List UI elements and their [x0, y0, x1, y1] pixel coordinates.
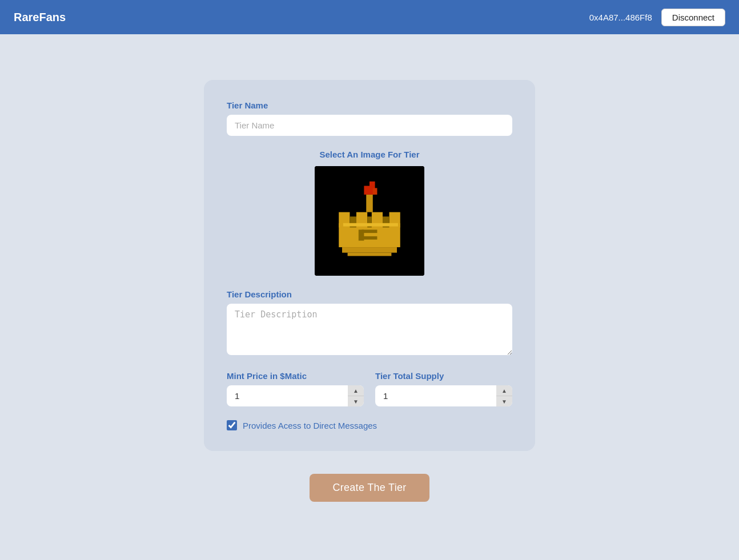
tier-name-section: Tier Name: [227, 100, 512, 136]
tier-supply-wrap: ▲ ▼: [375, 385, 512, 406]
form-card: Tier Name Select An Image For Tier: [204, 80, 535, 451]
svg-rect-11: [359, 229, 364, 240]
mint-price-input[interactable]: [227, 385, 364, 406]
tier-supply-down[interactable]: ▼: [496, 396, 512, 406]
mint-price-col: Mint Price in $Matic ▲ ▼: [227, 371, 364, 406]
svg-rect-12: [342, 247, 397, 253]
select-image-label: Select An Image For Tier: [319, 150, 419, 159]
tier-description-input[interactable]: [227, 304, 512, 355]
disconnect-button[interactable]: Disconnect: [661, 9, 725, 26]
tier-image[interactable]: [315, 166, 424, 276]
svg-rect-9: [362, 229, 377, 233]
image-section: Select An Image For Tier: [227, 150, 512, 276]
wallet-address: 0x4A87...486Ff8: [589, 13, 652, 22]
checkbox-row: Provides Acess to Direct Messages: [227, 420, 512, 430]
tier-supply-spinner: ▲ ▼: [496, 385, 512, 406]
tier-description-label: Tier Description: [227, 289, 512, 299]
header-right: 0x4A87...486Ff8 Disconnect: [589, 9, 725, 26]
tier-supply-col: Tier Total Supply ▲ ▼: [375, 371, 512, 406]
svg-rect-13: [348, 253, 392, 256]
mint-price-label: Mint Price in $Matic: [227, 371, 364, 381]
mint-price-wrap: ▲ ▼: [227, 385, 364, 406]
svg-rect-15: [364, 186, 370, 195]
app-logo: RareFans: [14, 11, 66, 24]
submit-area: Create The Tier: [310, 474, 429, 502]
price-supply-row: Mint Price in $Matic ▲ ▼ Tier Total Supp…: [227, 371, 512, 406]
svg-rect-17: [373, 188, 377, 195]
mint-price-down[interactable]: ▼: [348, 396, 364, 406]
tier-image-svg: [315, 166, 424, 276]
svg-rect-14: [366, 195, 373, 212]
tier-supply-up[interactable]: ▲: [496, 385, 512, 396]
svg-rect-10: [362, 236, 377, 240]
tier-supply-label: Tier Total Supply: [375, 371, 512, 381]
tier-name-label: Tier Name: [227, 100, 512, 110]
main-content: Tier Name Select An Image For Tier: [0, 34, 739, 502]
direct-messages-checkbox[interactable]: [227, 420, 237, 430]
header: RareFans 0x4A87...486Ff8 Disconnect: [0, 0, 739, 34]
tier-supply-input[interactable]: [375, 385, 512, 406]
mint-price-up[interactable]: ▲: [348, 385, 364, 396]
tier-name-input[interactable]: [227, 115, 512, 136]
create-tier-button[interactable]: Create The Tier: [310, 474, 429, 502]
tier-description-section: Tier Description: [227, 289, 512, 357]
mint-price-spinner: ▲ ▼: [348, 385, 364, 406]
svg-rect-18: [343, 223, 398, 227]
checkbox-label: Provides Acess to Direct Messages: [243, 421, 377, 430]
